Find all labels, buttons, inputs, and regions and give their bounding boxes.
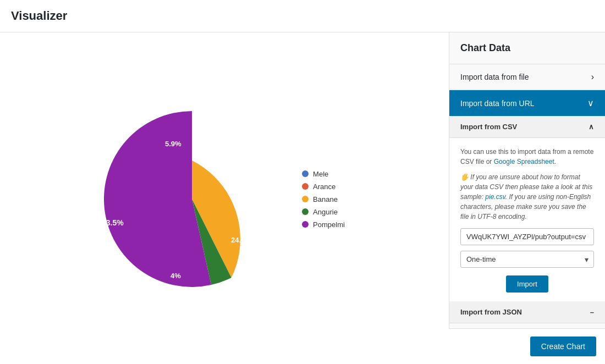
sub-accordion-body-csv: You can use this to import data from a r… bbox=[449, 138, 605, 301]
legend-item-banane: Banane bbox=[302, 195, 345, 203]
sub-accordion-header-json[interactable]: Import from JSON – bbox=[449, 301, 605, 323]
legend-dot-mele bbox=[302, 170, 309, 177]
pie-csv-link[interactable]: pie.csv bbox=[485, 193, 505, 201]
accordion-header-import-url[interactable]: Import data from URL ∨ bbox=[449, 90, 605, 116]
sub-accordion-label-csv: Import from CSV bbox=[460, 123, 517, 131]
accordion-body-import-url: Import from CSV ∧ You can use this to im… bbox=[449, 116, 605, 323]
label-pompelmi: 53.5% bbox=[102, 218, 124, 227]
legend-dot-banane bbox=[302, 196, 309, 202]
sidebar-title: Chart Data bbox=[449, 32, 605, 64]
accordion-label-import-file: Import data from file bbox=[460, 73, 529, 81]
google-spreadsheet-link[interactable]: Google Spreadsheet bbox=[494, 158, 554, 166]
frequency-select-wrapper: One-time Daily Weekly Monthly bbox=[460, 251, 594, 268]
chevron-up-icon: ∧ bbox=[588, 123, 594, 131]
legend-item-pompelmi: Pompelmi bbox=[302, 220, 345, 229]
legend-dot-angurie bbox=[302, 208, 309, 215]
chart-area: 5.9% 11.9% 24.8% 4% 53.5% Mele Arance Ba… bbox=[0, 32, 449, 364]
sidebar: Chart Data Import data from file › Impor… bbox=[449, 32, 605, 364]
legend-label-pompelmi: Pompelmi bbox=[313, 220, 345, 229]
label-banane: 24.8% bbox=[231, 236, 251, 244]
legend-label-banane: Banane bbox=[313, 195, 338, 203]
legend-item-arance: Arance bbox=[302, 183, 345, 191]
label-arance: 11.9% bbox=[204, 159, 224, 167]
page-title: Visualizer bbox=[11, 9, 594, 23]
accordion-import-file: Import data from file › bbox=[449, 64, 605, 90]
accordion-label-import-url: Import data from URL bbox=[460, 99, 535, 108]
accordion-header-import-file[interactable]: Import data from file › bbox=[449, 64, 605, 90]
legend-item-mele: Mele bbox=[302, 170, 345, 178]
legend-label-arance: Arance bbox=[313, 183, 336, 191]
legend-label-angurie: Angurie bbox=[313, 208, 338, 216]
sub-accordion-json: Import from JSON – bbox=[449, 301, 605, 323]
import-button[interactable]: Import bbox=[506, 275, 548, 293]
legend-item-angurie: Angurie bbox=[302, 208, 345, 216]
accordion-import-url: Import data from URL ∨ Import from CSV ∧… bbox=[449, 90, 605, 323]
legend-dot-arance bbox=[302, 183, 309, 190]
legend-label-mele: Mele bbox=[313, 170, 328, 178]
label-angurie: 4% bbox=[170, 272, 181, 280]
page-header: Visualizer bbox=[0, 0, 605, 32]
footer: Create Chart bbox=[449, 328, 605, 364]
label-mele: 5.9% bbox=[165, 140, 182, 148]
chevron-down-json-icon: – bbox=[590, 308, 594, 316]
sub-accordion-csv: Import from CSV ∧ You can use this to im… bbox=[449, 116, 605, 301]
sub-accordion-header-csv[interactable]: Import from CSV ∧ bbox=[449, 116, 605, 138]
chart-legend: Mele Arance Banane Angurie Pompelmi bbox=[302, 170, 345, 229]
create-chart-button[interactable]: Create Chart bbox=[530, 337, 596, 356]
csv-italic-text: 🖐 If you are unsure about how to format … bbox=[460, 172, 594, 222]
frequency-select[interactable]: One-time Daily Weekly Monthly bbox=[460, 251, 594, 268]
legend-dot-pompelmi bbox=[302, 221, 309, 228]
pie-chart bbox=[104, 111, 280, 287]
sub-accordion-label-json: Import from JSON bbox=[460, 308, 522, 316]
chevron-right-icon: › bbox=[591, 72, 594, 82]
chevron-down-icon: ∨ bbox=[587, 98, 594, 108]
csv-info-text: You can use this to import data from a r… bbox=[460, 147, 594, 167]
csv-url-input[interactable] bbox=[460, 228, 594, 245]
